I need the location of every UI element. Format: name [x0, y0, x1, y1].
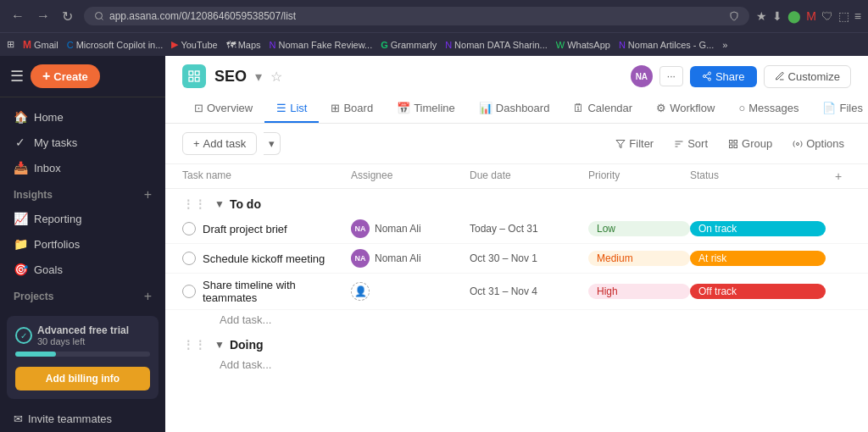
list-icon: ☰ — [276, 102, 287, 114]
forward-button[interactable]: → — [32, 7, 54, 25]
bookmark-whatsapp[interactable]: W WhatsApp — [556, 40, 610, 50]
svg-point-6 — [703, 75, 705, 78]
browser-icons: ★ ⬇ ⬤ M 🛡 ⬚ ≡ — [756, 9, 861, 23]
options-button[interactable]: Options — [786, 134, 851, 153]
task-name-cell: Share timeline with teammates — [182, 279, 351, 304]
due-date: Oct 30 – Nov 1 — [470, 252, 588, 264]
assignee-cell: 👤 — [351, 282, 470, 301]
address-bar[interactable]: app.asana.com/0/1208646059538507/list — [84, 7, 749, 25]
svg-line-8 — [705, 77, 708, 79]
board-icon: ⊞ — [331, 102, 340, 114]
add-task-dropdown-button[interactable]: ▾ — [264, 132, 281, 155]
tab-list[interactable]: ☰ List — [264, 95, 319, 123]
portfolios-icon: 📁 — [14, 237, 27, 251]
files-icon: 📄 — [822, 102, 836, 114]
sidebar-header: ☰ + Create — [0, 56, 165, 97]
sidebar-nav: 🏠 Home ✓ My tasks 📥 Inbox Insights + 📈 R… — [0, 97, 165, 309]
svg-rect-16 — [730, 145, 733, 148]
tab-timeline[interactable]: 📅 Timeline — [385, 95, 467, 123]
add-task-row-todo[interactable]: Add task... — [165, 310, 868, 330]
app: ☰ + Create 🏠 Home ✓ My tasks 📥 Inbox Ins… — [0, 56, 868, 432]
create-button[interactable]: + Create — [31, 64, 100, 88]
filter-button[interactable]: Filter — [609, 134, 660, 153]
projects-section-header: Projects + — [0, 282, 165, 307]
task-checkbox[interactable] — [182, 222, 196, 235]
bookmark-copilot[interactable]: C Microsoft Copilot in... — [67, 40, 164, 50]
tab-calendar[interactable]: 🗓 Calendar — [561, 95, 644, 123]
sidebar-item-portfolios[interactable]: 📁 Portfolios — [0, 231, 165, 257]
bookmark-noman-articles[interactable]: N Noman Artilces - G... — [619, 40, 714, 50]
main-content: SEO ▾ ☆ NA ··· Share Customize — [165, 56, 868, 432]
billing-button[interactable]: Add billing info — [15, 367, 150, 390]
bookmark-noman-fake[interactable]: N Noman Fake Review... — [270, 40, 373, 50]
calendar-icon: 🗓 — [573, 102, 584, 114]
sidebar-item-home[interactable]: 🏠 Home — [0, 104, 165, 130]
bookmark-youtube[interactable]: ▶ YouTube — [171, 39, 217, 50]
back-button[interactable]: ← — [7, 7, 29, 25]
tab-dashboard[interactable]: 📊 Dashboard — [467, 95, 562, 123]
envelope-icon: ✉ — [14, 413, 23, 425]
invite-teammates-button[interactable]: ✉ Invite teammates — [0, 406, 165, 432]
svg-point-18 — [797, 142, 799, 145]
timeline-icon: 📅 — [397, 102, 410, 114]
sidebar-project-seo[interactable]: SEO — [0, 307, 165, 309]
sidebar: ☰ + Create 🏠 Home ✓ My tasks 📥 Inbox Ins… — [0, 56, 165, 432]
tab-files[interactable]: 📄 Files — [810, 95, 868, 123]
customize-button[interactable]: Customize — [764, 65, 851, 88]
svg-point-0 — [96, 13, 103, 19]
section-todo[interactable]: ⋮⋮ ▼ To do — [165, 189, 868, 214]
projects-add-button[interactable]: + — [144, 289, 152, 304]
project-dropdown-button[interactable]: ▾ — [255, 69, 262, 85]
svg-point-5 — [708, 72, 710, 75]
group-button[interactable]: Group — [721, 134, 779, 153]
section-doing[interactable]: ⋮⋮ ▼ Doing — [165, 330, 868, 355]
trial-subtitle: 30 days left — [37, 336, 129, 346]
due-date: Today – Oct 31 — [470, 223, 588, 235]
bookmark-gmail[interactable]: M Gmail — [23, 39, 58, 51]
browser-chrome: ← → ↻ app.asana.com/0/1208646059538507/l… — [0, 0, 868, 32]
tab-workflow[interactable]: ⚙ Workflow — [644, 95, 726, 123]
check-icon: ✓ — [14, 136, 27, 149]
project-favorite-button[interactable]: ☆ — [270, 69, 282, 85]
project-tabs: ⊡ Overview ☰ List ⊞ Board 📅 Timeline 📊 — [182, 95, 851, 123]
assignee-avatar: NA — [351, 249, 370, 268]
sidebar-item-inbox[interactable]: 📥 Inbox — [0, 155, 165, 180]
bookmark-apps[interactable]: ⊞ — [7, 39, 14, 50]
share-button[interactable]: Share — [690, 66, 757, 87]
tab-overview[interactable]: ⊡ Overview — [182, 95, 264, 123]
reload-button[interactable]: ↻ — [58, 7, 77, 26]
tab-board[interactable]: ⊞ Board — [319, 95, 385, 123]
bookmark-more[interactable]: » — [722, 40, 727, 50]
task-checkbox[interactable] — [182, 285, 196, 298]
inbox-icon: 📥 — [14, 161, 27, 174]
add-task-row-doing[interactable]: Add task... — [165, 355, 868, 374]
sidebar-item-goals[interactable]: 🎯 Goals — [0, 257, 165, 282]
sidebar-item-mytasks[interactable]: ✓ My tasks — [0, 130, 165, 155]
home-icon: 🏠 — [14, 110, 27, 124]
bookmark-noman-data[interactable]: N Noman DATA Sharin... — [445, 40, 548, 50]
more-button[interactable]: ··· — [659, 66, 683, 86]
project-icon — [182, 64, 206, 88]
tab-messages[interactable]: ○ Messages — [726, 95, 810, 123]
task-name-cell: Schedule kickoff meeting — [182, 252, 351, 265]
task-name-cell: Draft project brief — [182, 222, 351, 235]
hamburger-button[interactable]: ☰ — [10, 67, 24, 86]
due-date: Oct 31 – Nov 4 — [470, 285, 588, 297]
add-column-button[interactable]: + — [826, 169, 851, 183]
plus-icon: + — [193, 137, 200, 150]
project-header: SEO ▾ ☆ NA ··· Share Customize — [165, 56, 868, 124]
task-checkbox[interactable] — [182, 252, 196, 265]
bookmark-grammarly[interactable]: G Grammarly — [381, 40, 437, 50]
sidebar-item-reporting[interactable]: 📈 Reporting — [0, 206, 165, 231]
table-row: Schedule kickoff meeting NA Noman Ali Oc… — [165, 244, 868, 274]
svg-rect-15 — [734, 140, 737, 143]
insights-add-button[interactable]: + — [144, 187, 152, 202]
svg-point-7 — [708, 78, 710, 80]
status-badge: Off track — [690, 284, 826, 299]
trial-box: ✓ Advanced free trial 30 days left Add b… — [7, 316, 159, 399]
overview-icon: ⊡ — [194, 102, 203, 114]
section-drag-handle: ⋮⋮ — [182, 197, 206, 211]
sort-button[interactable]: Sort — [667, 134, 715, 153]
add-task-button[interactable]: + Add task — [182, 132, 257, 155]
bookmark-maps[interactable]: 🗺 Maps — [226, 40, 261, 50]
